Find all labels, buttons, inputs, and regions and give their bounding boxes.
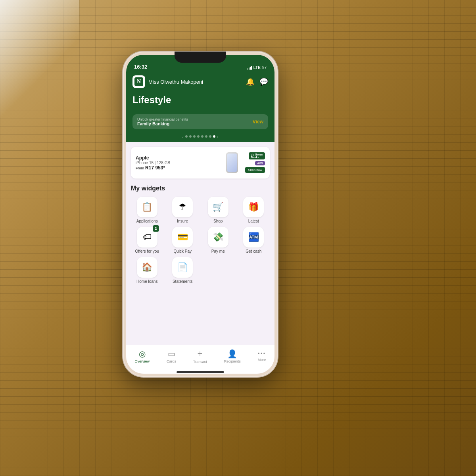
widget-icon-homeloans: 🏠: [137, 257, 157, 278]
page-title: Lifestyle: [132, 94, 171, 105]
nav-recipients[interactable]: 👤 Recipients: [224, 349, 241, 363]
message-icon[interactable]: 💬: [259, 77, 268, 86]
more-label: More: [258, 358, 266, 362]
main-content[interactable]: Apple iPhone 15 | 128 GB From R17 953*: [126, 142, 274, 345]
status-time: 16:32: [134, 64, 147, 70]
gb-badge: gb GreenBanks: [249, 152, 265, 159]
widget-label-insure: Insure: [177, 219, 188, 224]
widget-getcash[interactable]: 🏧Get cash: [238, 227, 270, 254]
widget-insure[interactable]: ☂Insure: [167, 197, 199, 224]
product-logos: gb GreenBanks AVO Shop now: [245, 152, 265, 173]
widget-icon-statements: 📄: [172, 257, 193, 278]
user-name: Miss Olwethu Makopeni: [148, 79, 203, 85]
widget-label-offers: Offers for you: [135, 249, 159, 254]
lte-label: LTE: [253, 65, 261, 70]
home-bar: [177, 371, 224, 373]
product-image: [222, 151, 242, 175]
top-icons: 🔔 💬: [246, 77, 268, 86]
product-brand: Apple: [136, 155, 219, 161]
widget-icon-latest: 🎁: [243, 197, 264, 217]
widget-badge-offers: 2: [153, 225, 159, 232]
lifestyle-header: Lifestyle: [126, 93, 274, 112]
widgets-grid: 📋Applications☂Insure🛒Shop🎁Latest🏷2Offers…: [131, 197, 270, 284]
banner-subtitle: Unlock greater financial benefits: [137, 117, 188, 121]
widget-homeloans[interactable]: 🏠Home loans: [131, 257, 163, 284]
overview-label: Overview: [135, 359, 150, 363]
avo-badge: AVO: [255, 161, 265, 165]
nav-transact[interactable]: + Transact: [193, 348, 207, 364]
app-logo-inner: [134, 77, 143, 86]
widget-shop[interactable]: 🛒Shop: [202, 197, 234, 224]
phone-device: 16:32 LTE 97: [123, 52, 278, 377]
price-value: R17 953*: [145, 165, 165, 171]
banner-text: Family Banking: [137, 121, 188, 126]
notification-icon[interactable]: 🔔: [246, 77, 255, 86]
widget-applications[interactable]: 📋Applications: [131, 197, 163, 224]
dot-3[interactable]: [193, 135, 196, 138]
dot-8-active[interactable]: [213, 135, 215, 138]
family-banking-banner[interactable]: Unlock greater financial benefits Family…: [132, 114, 268, 129]
product-model: iPhone 15 | 128 GB: [136, 161, 219, 165]
widget-label-latest: Latest: [248, 219, 259, 224]
user-section: Miss Olwethu Makopeni: [132, 75, 203, 88]
dot-2[interactable]: [189, 135, 192, 138]
widget-label-quickpay: Quick Pay: [173, 249, 192, 254]
widget-icon-applications: 📋: [137, 197, 157, 217]
phone-notch: [175, 52, 226, 63]
scene: 16:32 LTE 97: [0, 0, 476, 476]
bottom-nav: ◎ Overview ▭ Cards + Transact 👤 Recipien…: [126, 345, 274, 372]
widget-label-shop: Shop: [213, 219, 223, 224]
nav-cards[interactable]: ▭ Cards: [167, 349, 176, 363]
home-indicator: [126, 372, 274, 374]
nav-more[interactable]: ••• More: [258, 351, 266, 362]
more-icon: •••: [258, 351, 266, 357]
widget-icon-getcash: 🏧: [243, 227, 264, 248]
widget-payme[interactable]: 💸Pay me: [202, 227, 234, 254]
recipients-label: Recipients: [224, 359, 241, 363]
nav-overview[interactable]: ◎ Overview: [135, 349, 150, 363]
banner-cta[interactable]: View: [253, 119, 263, 125]
widget-icon-quickpay: 💳: [172, 227, 193, 248]
dot-7[interactable]: [209, 135, 211, 138]
product-price: From R17 953*: [136, 165, 219, 171]
widget-label-homeloans: Home loans: [136, 279, 157, 284]
price-label: From: [136, 166, 144, 170]
widget-offers[interactable]: 🏷2Offers for you: [131, 227, 163, 254]
widget-label-getcash: Get cash: [246, 249, 261, 254]
pagination-dots: ‹ ›: [126, 132, 274, 142]
dot-4[interactable]: [197, 135, 200, 138]
phone-shell: 16:32 LTE 97: [123, 52, 278, 377]
overview-icon: ◎: [139, 349, 146, 359]
product-info: Apple iPhone 15 | 128 GB From R17 953*: [136, 155, 219, 171]
shop-now-button[interactable]: Shop now: [245, 167, 265, 173]
widget-label-payme: Pay me: [211, 249, 225, 254]
top-nav-bar: Miss Olwethu Makopeni 🔔 💬: [126, 72, 274, 93]
product-banner[interactable]: Apple iPhone 15 | 128 GB From R17 953*: [131, 147, 270, 178]
next-chevron[interactable]: ›: [217, 134, 219, 139]
status-right: LTE 97: [248, 65, 267, 70]
widget-icon-shop: 🛒: [208, 197, 228, 217]
widget-latest[interactable]: 🎁Latest: [238, 197, 270, 224]
widget-icon-payme: 💸: [208, 227, 228, 248]
product-phone-icon: [226, 152, 238, 173]
widget-statements[interactable]: 📄Statements: [167, 257, 199, 284]
dot-1[interactable]: [185, 135, 188, 138]
transact-icon: +: [198, 348, 203, 359]
banner-content: Unlock greater financial benefits Family…: [137, 117, 188, 126]
widget-quickpay[interactable]: 💳Quick Pay: [167, 227, 199, 254]
cards-label: Cards: [167, 359, 176, 363]
banner-area: Unlock greater financial benefits Family…: [126, 112, 274, 132]
widget-label-applications: Applications: [136, 219, 158, 224]
phone-screen: 16:32 LTE 97: [126, 55, 274, 374]
dot-6[interactable]: [205, 135, 207, 138]
widgets-section: My widgets 📋Applications☂Insure🛒Shop🎁Lat…: [126, 183, 274, 289]
cards-icon: ▭: [168, 349, 175, 359]
signal-icon: [248, 66, 252, 70]
dot-5[interactable]: [201, 135, 203, 138]
battery-level: 97: [262, 65, 267, 70]
recipients-icon: 👤: [227, 349, 237, 359]
transact-label: Transact: [193, 360, 207, 364]
app-logo: [132, 75, 145, 88]
widgets-title: My widgets: [131, 185, 270, 192]
prev-chevron[interactable]: ‹: [182, 134, 184, 139]
